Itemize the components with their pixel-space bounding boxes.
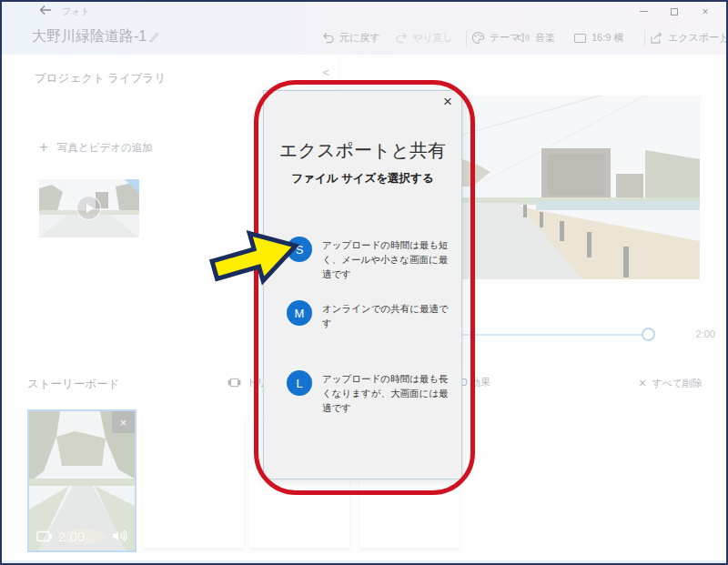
size-badge-l: L bbox=[287, 370, 312, 396]
size-badge-s: S bbox=[287, 237, 312, 262]
size-badge-m: M bbox=[287, 300, 312, 326]
dialog-subtitle: ファイル サイズを選択する bbox=[264, 171, 461, 187]
dialog-title: エクスポートと共有 bbox=[264, 138, 461, 163]
size-desc-l: アップロードの時間は最も長くなりますが、大画面には最適です bbox=[322, 370, 450, 415]
file-size-option-large[interactable]: L アップロードの時間は最も長くなりますが、大画面には最適です bbox=[287, 370, 450, 415]
size-desc-s: アップロードの時間は最も短く、メールや小さな画面に最適です bbox=[322, 237, 450, 281]
photos-app-window: フォト × 大野川緑陰道路-1 元に戻す bbox=[0, 0, 728, 565]
size-desc-m: オンラインでの共有に最適です bbox=[322, 300, 450, 331]
file-size-option-small[interactable]: S アップロードの時間は最も短く、メールや小さな画面に最適です bbox=[287, 237, 450, 281]
file-size-option-medium[interactable]: M オンラインでの共有に最適です bbox=[287, 300, 450, 331]
export-share-dialog: × エクスポートと共有 ファイル サイズを選択する S アップロードの時間は最も… bbox=[263, 90, 462, 479]
dialog-close-button[interactable]: × bbox=[443, 93, 452, 111]
